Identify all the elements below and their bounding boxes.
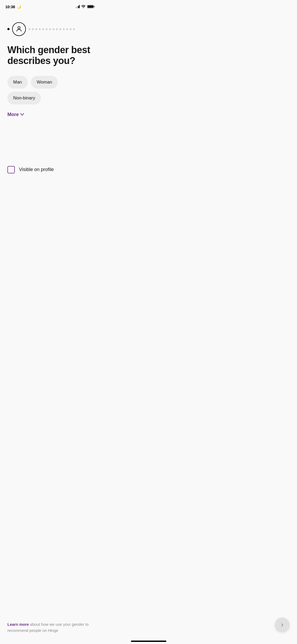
gender-options: Man Woman Non-binary bbox=[7, 76, 92, 104]
svg-point-0 bbox=[18, 26, 20, 29]
dot bbox=[39, 28, 41, 30]
dot bbox=[56, 28, 58, 30]
dot bbox=[70, 28, 72, 30]
dot bbox=[66, 28, 68, 30]
dot bbox=[63, 28, 65, 30]
progress-dots bbox=[29, 28, 92, 30]
chevron-down-icon bbox=[20, 113, 24, 116]
more-button[interactable]: More bbox=[7, 111, 24, 118]
dot bbox=[35, 28, 37, 30]
dot bbox=[46, 28, 48, 30]
moon-icon: 🌙 bbox=[17, 5, 21, 9]
more-button-label: More bbox=[7, 112, 19, 117]
dot bbox=[53, 28, 54, 30]
person-icon bbox=[16, 26, 22, 33]
visible-on-profile-section: Visible on profile bbox=[0, 166, 99, 173]
visible-on-profile-checkbox[interactable] bbox=[7, 166, 15, 173]
status-bar: 10:38 🌙 bbox=[0, 0, 99, 12]
dot bbox=[49, 28, 51, 30]
visible-on-profile-label: Visible on profile bbox=[19, 167, 54, 172]
signal-icon bbox=[76, 5, 80, 8]
dot bbox=[29, 28, 30, 30]
wifi-icon bbox=[81, 5, 86, 8]
progress-bullet bbox=[7, 28, 10, 30]
dot bbox=[59, 28, 61, 30]
gender-option-woman[interactable]: Woman bbox=[31, 76, 58, 89]
status-time: 10:38 bbox=[5, 4, 15, 9]
question-title: Which gender best describes you? bbox=[7, 44, 92, 66]
step-icon bbox=[12, 22, 26, 36]
dot bbox=[42, 28, 44, 30]
main-content: Which gender best describes you? Man Wom… bbox=[0, 12, 99, 118]
gender-option-nonbinary[interactable]: Non-binary bbox=[7, 92, 41, 104]
dot bbox=[32, 28, 34, 30]
status-icons bbox=[76, 5, 94, 8]
gender-option-man[interactable]: Man bbox=[7, 76, 28, 89]
battery-icon bbox=[87, 5, 94, 8]
progress-section bbox=[7, 22, 92, 36]
dot bbox=[73, 28, 75, 30]
